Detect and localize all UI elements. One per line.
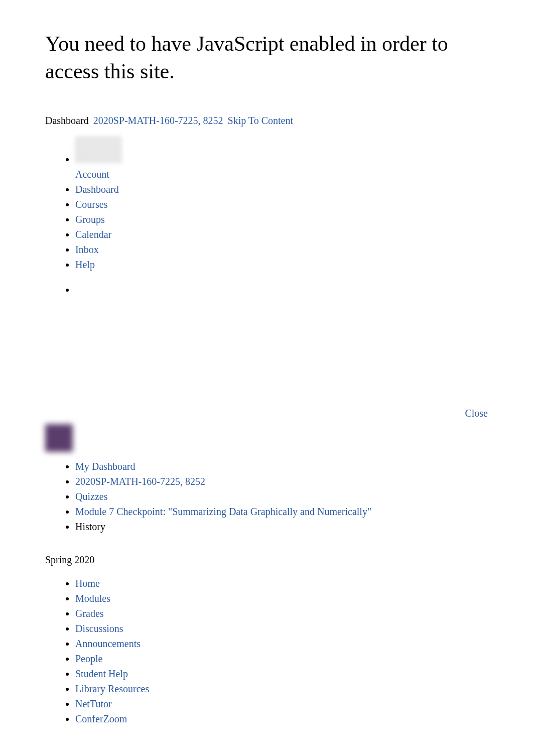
- help-link[interactable]: Help: [75, 259, 95, 270]
- term-label: Spring 2020: [45, 554, 488, 566]
- course-nav-discussions[interactable]: Discussions: [75, 623, 123, 634]
- course-nav-list: Home Modules Grades Discussions Announce…: [45, 576, 488, 726]
- course-nav-grades[interactable]: Grades: [75, 608, 104, 619]
- skip-to-content-link[interactable]: Skip To Content: [228, 115, 293, 126]
- course-header-link[interactable]: 2020SP-MATH-160-7225, 8252: [93, 115, 223, 126]
- dashboard-label: Dashboard: [45, 115, 89, 126]
- breadcrumb-course[interactable]: 2020SP-MATH-160-7225, 8252: [75, 476, 205, 487]
- header-links-row: Dashboard 2020SP-MATH-160-7225, 8252 Ski…: [45, 115, 488, 127]
- course-nav-modules[interactable]: Modules: [75, 593, 110, 604]
- course-nav-nettutor[interactable]: NetTutor: [75, 698, 112, 709]
- inbox-link[interactable]: Inbox: [75, 244, 99, 255]
- course-nav-student-help[interactable]: Student Help: [75, 668, 128, 679]
- courses-link[interactable]: Courses: [75, 199, 107, 210]
- course-nav-home[interactable]: Home: [75, 578, 100, 589]
- course-nav-library-resources[interactable]: Library Resources: [75, 683, 149, 694]
- course-nav-announcements[interactable]: Announcements: [75, 638, 141, 649]
- global-nav-list: Account Dashboard Courses Groups Calenda…: [45, 137, 488, 297]
- breadcrumb-quiz-title[interactable]: Module 7 Checkpoint: "Summarizing Data G…: [75, 506, 371, 517]
- nav-item-empty: [75, 282, 488, 297]
- groups-link[interactable]: Groups: [75, 214, 105, 225]
- nav-item-account: Account: [75, 137, 488, 182]
- account-link[interactable]: Account: [75, 169, 109, 180]
- institution-logo[interactable]: [45, 424, 73, 452]
- close-link[interactable]: Close: [465, 408, 488, 419]
- dashboard-link[interactable]: Dashboard: [75, 184, 119, 195]
- breadcrumb-my-dashboard[interactable]: My Dashboard: [75, 461, 135, 472]
- avatar-placeholder[interactable]: [75, 137, 121, 163]
- course-nav-people[interactable]: People: [75, 653, 102, 664]
- breadcrumb-list: My Dashboard 2020SP-MATH-160-7225, 8252 …: [45, 459, 488, 534]
- calendar-link[interactable]: Calendar: [75, 229, 111, 240]
- breadcrumb-history: History: [75, 521, 105, 532]
- course-nav-conferzoom[interactable]: ConferZoom: [75, 713, 127, 724]
- page-heading: You need to have JavaScript enabled in o…: [45, 30, 488, 85]
- breadcrumb-quizzes[interactable]: Quizzes: [75, 491, 107, 502]
